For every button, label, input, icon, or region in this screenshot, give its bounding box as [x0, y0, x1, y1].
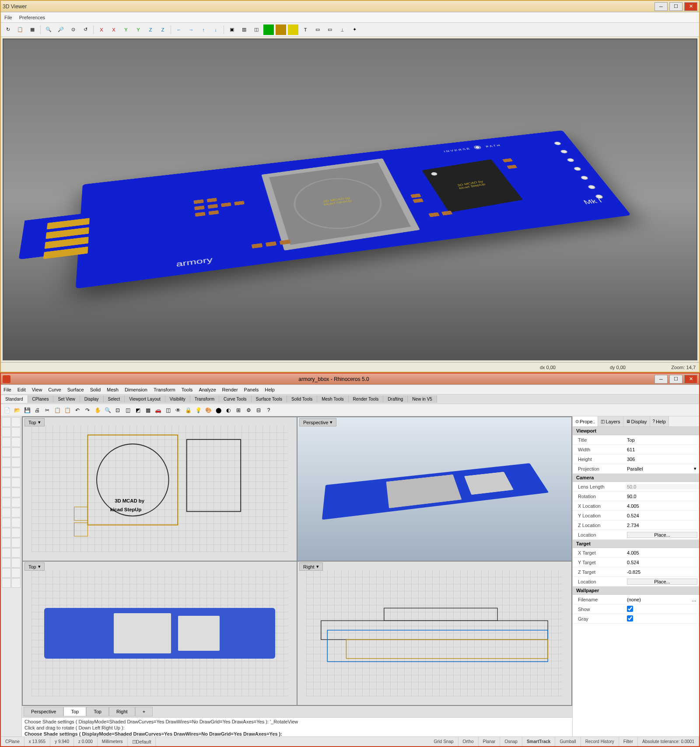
tool-polygon[interactable]	[11, 457, 21, 467]
tool-explode[interactable]	[11, 538, 21, 548]
ptab-properties[interactable]: ⊙ Prope..	[573, 416, 598, 426]
tool-array[interactable]	[2, 568, 11, 578]
vptab-top2[interactable]: Top	[86, 707, 109, 716]
cube-icon[interactable]: ▣	[227, 24, 237, 35]
open-icon[interactable]: 📂	[13, 406, 21, 415]
tool-freeform[interactable]	[11, 468, 21, 477]
prop-width[interactable]: 611	[625, 447, 699, 452]
tab-render[interactable]: Render Tools	[349, 395, 384, 403]
status-ortho[interactable]: Ortho	[458, 737, 479, 746]
tab-select[interactable]: Select	[104, 395, 125, 403]
prop-ytgt[interactable]: 0.524	[625, 560, 699, 565]
tool-rotate[interactable]	[11, 548, 21, 558]
tool-rect[interactable]	[2, 457, 11, 467]
vp-label-top2[interactable]: Top ▾	[24, 562, 45, 571]
tab-solid[interactable]: Solid Tools	[287, 395, 317, 403]
tool-hatch[interactable]	[11, 578, 21, 588]
component-icon[interactable]: ▭	[312, 24, 323, 35]
status-osnap[interactable]: Osnap	[500, 737, 522, 746]
tool-select[interactable]	[2, 417, 11, 427]
vp-label-persp[interactable]: Perspective ▾	[299, 418, 336, 426]
ptab-help[interactable]: ? Help	[650, 416, 669, 426]
zoom-sel-icon[interactable]: ◩	[133, 406, 142, 415]
tab-surface[interactable]: Surface Tools	[252, 395, 287, 403]
text-icon[interactable]: T	[300, 24, 311, 35]
ptab-layers[interactable]: ◫ Layers	[598, 416, 623, 426]
tab-curve[interactable]: Curve Tools	[219, 395, 252, 403]
y-axis-icon[interactable]: Y	[121, 24, 131, 35]
z-axis-icon[interactable]: Z	[145, 24, 156, 35]
tool-cone[interactable]	[2, 498, 11, 507]
place-camera-button[interactable]: Place...	[627, 532, 697, 538]
layers-icon[interactable]: ◫	[251, 24, 262, 35]
cmd-input[interactable]	[284, 732, 458, 737]
status-units[interactable]: Millimeters	[98, 737, 128, 746]
prop-gray-check[interactable]	[627, 615, 633, 621]
vp-label-right[interactable]: Right ▾	[299, 562, 323, 571]
maximize-button[interactable]: ☐	[669, 2, 682, 11]
zoom-win-icon[interactable]: ◫	[123, 406, 132, 415]
place-target-button[interactable]: Place...	[627, 579, 697, 585]
arrow-up-icon[interactable]: ↑	[198, 24, 209, 35]
vptab-persp[interactable]: Perspective	[24, 707, 63, 716]
options-icon[interactable]: ⚙	[244, 406, 253, 415]
redo-icon[interactable]: ↷	[83, 406, 92, 415]
tab-setview[interactable]: Set View	[53, 395, 80, 403]
menu-file[interactable]: File	[4, 15, 12, 20]
dropdown-icon[interactable]: ▾	[691, 466, 699, 471]
minimize-button[interactable]: ─	[654, 2, 668, 11]
properties-icon[interactable]: ⊟	[254, 406, 263, 415]
tool-surface[interactable]	[2, 478, 11, 487]
command-line[interactable]: Choose Shade settings ( DisplayMode=Shad…	[22, 717, 572, 737]
status-gumball[interactable]: Gumball	[555, 737, 581, 746]
tool-lasso[interactable]	[11, 417, 21, 427]
status-planar[interactable]: Planar	[479, 737, 500, 746]
wireframe-icon[interactable]: ⊞	[234, 406, 243, 415]
tab-transform[interactable]: Transform	[190, 395, 219, 403]
tool-revolve[interactable]	[11, 508, 21, 517]
tool-arc[interactable]	[11, 447, 21, 457]
render-icon[interactable]: 🎨	[204, 406, 213, 415]
reload-icon[interactable]: ↻	[3, 24, 13, 35]
ptab-display[interactable]: 🖥 Display	[623, 416, 650, 426]
menu-help[interactable]: Help	[265, 387, 275, 392]
undo-icon[interactable]: ↶	[73, 406, 82, 415]
3d-viewport[interactable]: armory 3D MCAD by kicad StepUp 3D MCAD b…	[3, 38, 697, 360]
tool-dim[interactable]	[11, 568, 21, 578]
lock-icon[interactable]: 🔒	[184, 406, 192, 415]
zoom-fit-icon[interactable]: ⊙	[68, 24, 78, 35]
prop-xtgt[interactable]: 4.005	[625, 550, 699, 555]
menu-analyze[interactable]: Analyze	[199, 387, 216, 392]
status-cplane[interactable]: CPlane	[1, 737, 24, 746]
car-icon[interactable]: 🚗	[154, 406, 162, 415]
browse-icon[interactable]: …	[689, 597, 699, 602]
tool-point[interactable]	[2, 427, 11, 437]
axes-icon[interactable]: ✦	[349, 24, 360, 35]
zoom-icon[interactable]: 🔍	[103, 406, 112, 415]
menu-solid[interactable]: Solid	[90, 387, 101, 392]
tab-newv5[interactable]: New in V5	[408, 395, 437, 403]
prop-title[interactable]: Top	[625, 437, 699, 443]
menu-render[interactable]: Render	[222, 387, 238, 392]
status-filter[interactable]: Filter	[619, 737, 638, 746]
tool-trim[interactable]	[2, 528, 11, 538]
layer-icon[interactable]: ◫	[164, 406, 172, 415]
status-gridsnap[interactable]: Grid Snap	[429, 737, 458, 746]
zoom-all-icon[interactable]: ▦	[144, 406, 152, 415]
layer-yellow-icon[interactable]	[288, 24, 298, 35]
tool-cylinder[interactable]	[11, 488, 21, 497]
cut-icon[interactable]: ✂	[43, 406, 52, 415]
tool-move[interactable]	[2, 548, 11, 558]
copy-icon[interactable]: 📋	[15, 24, 25, 35]
tool-text[interactable]	[2, 578, 11, 588]
print-icon[interactable]: 🖨	[33, 406, 42, 415]
tool-curve[interactable]	[11, 427, 21, 437]
tool-box[interactable]	[11, 478, 21, 487]
menu-mesh[interactable]: Mesh	[107, 387, 119, 392]
menu-transform[interactable]: Transform	[154, 387, 175, 392]
prop-ztgt[interactable]: -0.825	[625, 569, 699, 575]
prop-zloc[interactable]: 2.734	[625, 523, 699, 528]
rhino-minimize-button[interactable]: ─	[654, 375, 668, 384]
tool-mesh[interactable]	[11, 498, 21, 507]
arrow-down-icon[interactable]: ↓	[210, 24, 221, 35]
